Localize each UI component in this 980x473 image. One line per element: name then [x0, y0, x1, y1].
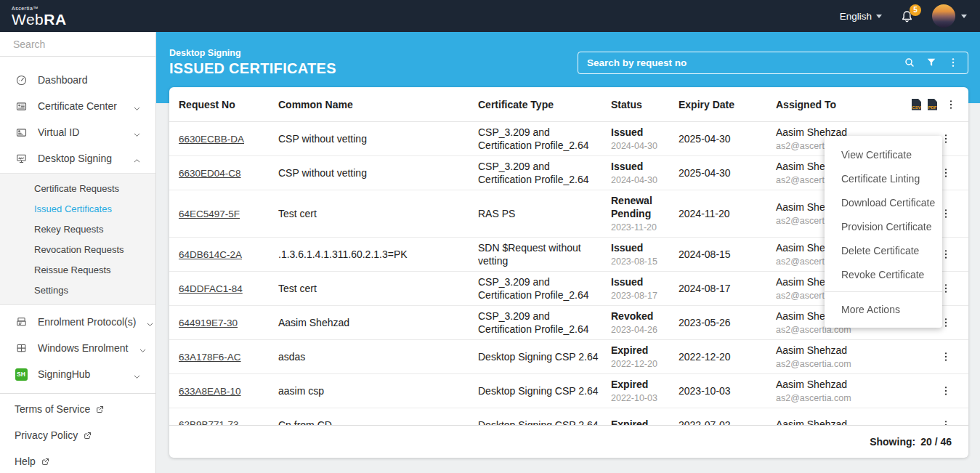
external-link-icon — [95, 405, 105, 414]
table-search-input[interactable] — [587, 57, 894, 68]
chevron-down-icon — [961, 15, 967, 18]
notification-badge: 5 — [910, 4, 921, 16]
desktop-signing-icon — [15, 152, 28, 165]
external-link-icon — [41, 457, 50, 466]
common-name-cell: CSP without vetting — [278, 129, 478, 149]
app-logo[interactable]: Ascertia™ WebRA — [12, 6, 67, 27]
request-no-link[interactable]: 6630ED04-C8 — [179, 168, 241, 179]
request-no-link[interactable]: 633A8EAB-10 — [179, 386, 241, 397]
dashboard-icon — [15, 73, 28, 86]
sidebar-footer-link-privacy-policy[interactable]: Privacy Policy — [0, 422, 155, 448]
sidebar-footer-link-help[interactable]: Help — [0, 448, 155, 473]
column-header-assigned-to: Assigned To — [776, 99, 912, 110]
request-no-link[interactable]: 6630ECBB-DA — [179, 134, 244, 145]
kebab-icon — [940, 351, 952, 363]
search-icon[interactable] — [904, 57, 915, 68]
status-date: 2024-04-30 — [611, 140, 671, 152]
row-actions-button[interactable] — [939, 418, 953, 426]
filter-icon[interactable] — [926, 57, 937, 68]
topbar: Ascertia™ WebRA English 5 — [0, 0, 980, 32]
sidebar-subitem-settings[interactable]: Settings — [0, 280, 155, 300]
row-actions-button[interactable] — [939, 349, 953, 364]
sidebar-subitem-rekey-requests[interactable]: Rekey Requests — [0, 219, 155, 239]
menu-item-certificate-linting[interactable]: Certificate Linting — [825, 166, 942, 190]
sidebar-item-certificate-center[interactable]: Certificate Center — [0, 93, 155, 119]
sidebar-item-dashboard[interactable]: Dashboard — [0, 67, 155, 93]
sidebar-footer-link-terms-of-service[interactable]: Terms of Service — [0, 396, 155, 422]
status-badge: Revoked — [611, 310, 671, 323]
column-header-request-no: Request No — [179, 99, 278, 110]
table-footer: Showing: 20 / 46 — [169, 425, 968, 458]
showing-label: Showing: — [870, 436, 915, 448]
expiry-date-cell: 2025-04-30 — [679, 129, 776, 149]
assigned-name: Aasim Shehzad — [776, 344, 904, 357]
request-no-link[interactable]: 62B9B771-73 — [179, 419, 239, 425]
status-badge: Issued — [611, 241, 671, 254]
menu-item-more-actions[interactable]: More Actions — [825, 297, 942, 321]
chevron-up-icon — [133, 155, 141, 163]
assigned-email: as2@ascertia.com — [776, 358, 904, 370]
status-badge: Expired — [611, 344, 671, 357]
sidebar-subitem-reissue-requests[interactable]: Reissue Requests — [0, 259, 155, 280]
common-name-cell: CSP without vetting — [278, 163, 478, 183]
signinghub-icon: SH — [15, 368, 28, 381]
table-options-button[interactable] — [944, 97, 958, 112]
sidebar-item-desktop-signing[interactable]: Desktop Signing — [0, 145, 155, 171]
row-actions-button[interactable] — [939, 384, 953, 398]
page-title: ISSUED CERTIFICATES — [169, 60, 336, 77]
menu-item-delete-certificate[interactable]: Delete Certificate — [825, 238, 942, 262]
status-date: 2023-08-17 — [611, 290, 671, 302]
column-header-status: Status — [611, 99, 679, 110]
sidebar-item-enrolment-protocol-s[interactable]: Enrolment Protocol(s) — [0, 309, 155, 335]
export-csv-icon[interactable]: CSV — [912, 99, 921, 110]
user-menu[interactable] — [932, 4, 967, 28]
kebab-icon — [940, 385, 952, 397]
sidebar-item-virtual-id[interactable]: Virtual ID — [0, 119, 155, 145]
menu-item-provision-certificate[interactable]: Provision Certificate — [825, 214, 942, 238]
avatar — [932, 4, 955, 28]
status-badge: Expired — [611, 418, 671, 426]
sidebar: Dashboard Certificate Center Virtual ID … — [0, 32, 156, 473]
notifications-button[interactable]: 5 — [899, 9, 915, 24]
kebab-icon — [945, 99, 957, 110]
common-name-cell: Test cert — [278, 203, 478, 224]
sidebar-subitem-revocation-requests[interactable]: Revocation Requests — [0, 239, 155, 259]
certificate-center-icon — [15, 100, 28, 113]
expiry-date-cell: 2022-12-20 — [679, 347, 776, 367]
menu-item-view-certificate[interactable]: View Certificate — [825, 142, 942, 166]
sidebar-subitem-issued-certificates[interactable]: Issued Certificates — [0, 198, 155, 219]
request-no-link[interactable]: 63A178F6-AC — [179, 352, 241, 363]
expiry-date-cell: 2024-08-15 — [679, 244, 776, 264]
windows-enrolment-icon — [15, 341, 28, 355]
virtual-id-icon — [15, 126, 28, 139]
table-search — [578, 52, 968, 74]
row-actions-menu: View CertificateCertificate LintingDownl… — [825, 136, 942, 328]
expiry-date-cell: 2023-05-26 — [679, 312, 776, 333]
chevron-down-icon — [133, 129, 141, 137]
request-no-link[interactable]: 64EC5497-5F — [179, 209, 240, 219]
table-header: Request NoCommon NameCertificate TypeSta… — [169, 87, 968, 122]
request-no-link[interactable]: 644919E7-30 — [179, 318, 238, 328]
certificate-type-cell: RAS PS — [478, 203, 611, 224]
menu-item-download-certificate[interactable]: Download Certificate — [825, 190, 942, 214]
menu-item-revoke-certificate[interactable]: Revoke Certificate — [825, 262, 942, 286]
export-pdf-icon[interactable]: PDF — [928, 99, 937, 110]
common-name-cell: Cn from CD — [278, 415, 478, 426]
status-badge: Issued — [611, 275, 671, 288]
search-options-icon[interactable] — [947, 57, 959, 68]
sidebar-item-signinghub[interactable]: SH SigningHub — [0, 361, 155, 387]
assigned-email: as2@ascertia.com — [776, 392, 904, 404]
language-selector[interactable]: English — [840, 11, 882, 22]
column-header-expiry-date: Expiry Date — [679, 99, 776, 110]
certificate-type-cell: SDN $Request without vetting — [478, 238, 611, 271]
column-header-common-name: Common Name — [278, 99, 478, 110]
status-badge: Renewal Pending — [611, 194, 671, 220]
status-badge: Issued — [611, 126, 671, 139]
sidebar-subitem-certificate-requests[interactable]: Certificate Requests — [0, 178, 155, 198]
request-no-link[interactable]: 64DB614C-2A — [179, 249, 242, 260]
status-date: 2022-12-20 — [611, 358, 671, 370]
certificate-type-cell: CSP_3.209 and Certification Profile_2.64 — [478, 122, 611, 155]
sidebar-item-windows-enrolment[interactable]: Windows Enrolment — [0, 335, 155, 361]
sidebar-search-input[interactable] — [13, 39, 145, 50]
request-no-link[interactable]: 64DDFAC1-84 — [179, 283, 243, 294]
